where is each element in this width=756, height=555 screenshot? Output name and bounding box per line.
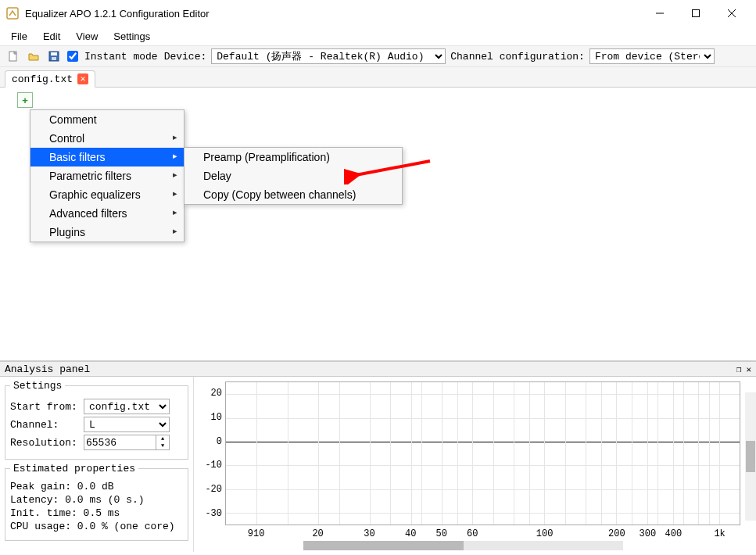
tab-label: config.txt [12,73,73,85]
menu-item-comment[interactable]: Comment [30,110,184,129]
analysis-close-icon[interactable]: ✕ [746,364,751,374]
maximize-button[interactable] [678,2,714,25]
start-from-select[interactable]: config.txt [84,399,170,414]
menu-item-parametric-filters[interactable]: Parametric filters [30,166,184,185]
annotation-arrow [344,153,438,187]
latency-value: Latency: 0.0 ms (0 s.) [10,494,183,506]
x-tick: 20 [312,528,323,539]
x-tick: 1k [714,528,725,539]
close-button[interactable] [714,2,750,25]
chart-horizontal-scrollbar[interactable] [303,541,623,550]
svg-rect-2 [693,10,700,17]
analysis-panel-header: Analysis panel ❐ ✕ [0,361,756,377]
editor-area: + Comment Control Basic filters Parametr… [0,88,756,361]
x-tick: 50 [436,528,447,539]
open-file-icon[interactable] [25,48,42,65]
menu-item-plugins[interactable]: Plugins [30,223,184,242]
add-filter-menu: Comment Control Basic filters Parametric… [30,109,185,242]
x-tick: 400 [665,528,683,539]
analysis-undock-icon[interactable]: ❐ [736,364,742,374]
add-filter-button[interactable]: + [17,92,33,108]
y-tick: 0 [200,436,222,447]
peak-gain-value: Peak gain: 0.0 dB [10,481,183,492]
app-icon [6,7,19,20]
svg-rect-8 [52,57,56,60]
menu-item-advanced-filters[interactable]: Advanced filters [30,204,184,223]
tabbar: config.txt ✕ [0,67,756,88]
channel-config-label: Channel configuration: [450,51,585,63]
toolbar: Instant mode Device: Default (扬声器 - Real… [0,45,756,67]
y-tick: 10 [200,412,222,423]
tab-close-icon[interactable]: ✕ [77,73,88,84]
menu-item-basic-filters[interactable]: Basic filters [30,148,184,166]
channel-config-select[interactable]: From device (Stereo [589,48,715,64]
y-tick: -10 [200,460,222,471]
menu-item-graphic-equalizers[interactable]: Graphic equalizers [30,185,184,204]
resolution-label: Resolution: [10,437,81,449]
menu-settings[interactable]: Settings [107,29,156,44]
menu-edit[interactable]: Edit [37,29,66,44]
new-file-icon[interactable] [5,48,22,65]
start-from-label: Start from: [10,401,81,413]
menu-item-control[interactable]: Control [30,129,184,148]
x-tick: 100 [536,528,554,539]
menubar: File Edit View Settings [0,27,756,45]
instant-mode-label: Instant mode [84,51,158,63]
file-tab[interactable]: config.txt ✕ [5,70,95,88]
menu-file[interactable]: File [5,29,34,44]
x-tick: 200 [608,528,625,539]
x-tick: 30 [364,528,374,539]
minimize-button[interactable] [642,2,678,25]
channel-label: Channel: [10,419,81,431]
channel-select[interactable]: L [84,417,170,432]
save-file-icon[interactable] [45,48,63,65]
analysis-settings: Settings Start from: config.txt Channel:… [0,377,194,552]
settings-legend: Settings [10,380,65,392]
window-title: Equalizer APO 1.2.1 Configuration Editor [25,8,642,20]
menu-view[interactable]: View [70,29,104,44]
submenu-item-copy[interactable]: Copy (Copy between channels) [185,185,402,204]
chart-vertical-scrollbar[interactable] [745,392,756,521]
x-tick: 60 [467,528,478,539]
instant-mode-checkbox[interactable] [67,51,78,62]
svg-rect-0 [7,8,18,19]
estimated-legend: Estimated properties [10,463,138,474]
analysis-panel: Settings Start from: config.txt Channel:… [0,377,756,552]
resolution-spinner[interactable]: ▲▼ [156,435,170,450]
device-label: Device: [164,51,207,63]
init-time-value: Init. time: 0.5 ms [10,507,183,519]
y-tick: -20 [200,484,222,495]
y-tick: -30 [200,508,222,519]
x-tick: 910 [248,528,265,539]
cpu-usage-value: CPU usage: 0.0 % (one core) [10,521,183,532]
svg-line-9 [356,161,430,175]
analysis-chart: -30-20-100102091020304050601002003004001… [194,377,756,552]
x-tick: 40 [405,528,416,539]
titlebar: Equalizer APO 1.2.1 Configuration Editor [0,0,756,27]
y-tick: 20 [200,388,222,399]
analysis-panel-title: Analysis panel [5,363,90,375]
resolution-input[interactable] [84,435,156,450]
svg-rect-7 [51,52,57,56]
device-select[interactable]: Default (扬声器 - Realtek(R) Audio) [211,48,446,64]
x-tick: 300 [640,528,657,539]
